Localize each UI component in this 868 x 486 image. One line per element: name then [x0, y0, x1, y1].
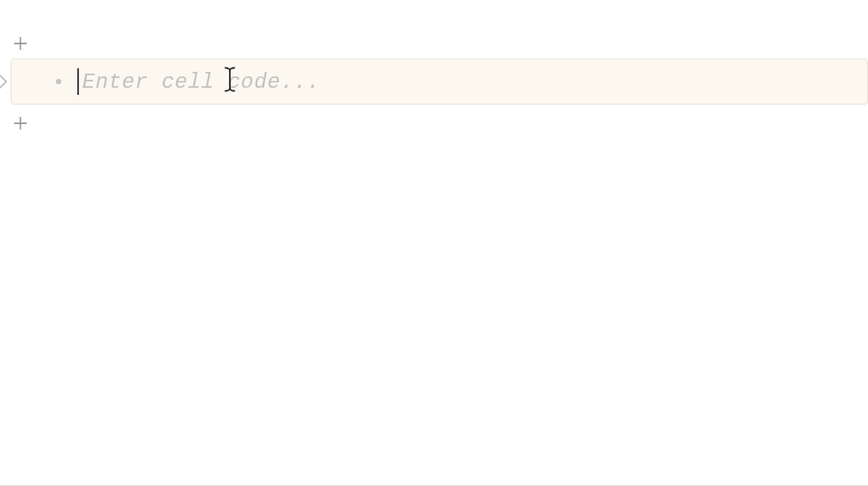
add-cell-below-button[interactable] [11, 114, 30, 133]
notebook-container: Enter cell code... [0, 0, 868, 105]
cell-status-indicator [56, 79, 61, 84]
code-input[interactable]: Enter cell code... [77, 59, 867, 104]
code-cell: Enter cell code... [0, 59, 868, 105]
add-cell-above-button[interactable] [11, 34, 30, 53]
chevron-right-icon [0, 73, 9, 90]
plus-icon [12, 114, 29, 132]
plus-icon [12, 35, 29, 52]
run-cell-button[interactable] [0, 71, 11, 92]
code-input-placeholder: Enter cell code... [83, 70, 320, 94]
cell-input-wrapper[interactable]: Enter cell code... [11, 59, 868, 105]
text-caret [77, 68, 79, 95]
